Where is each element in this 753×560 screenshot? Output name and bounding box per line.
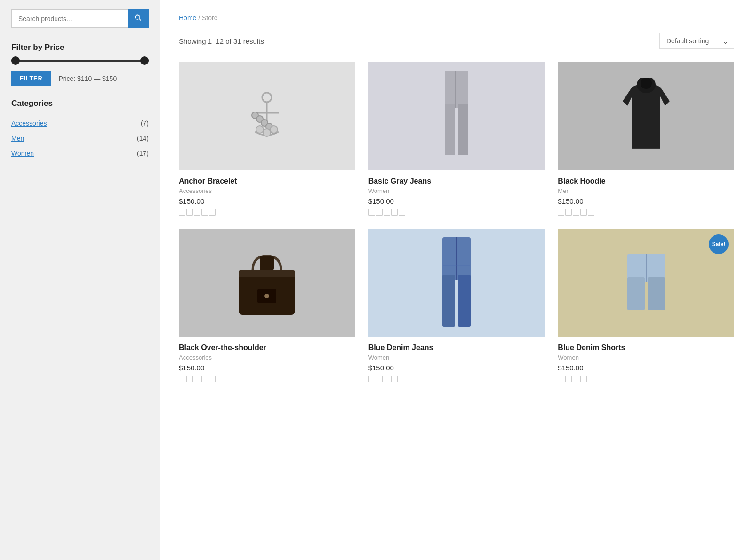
star-icon [558,209,564,216]
product-category: Women [368,354,545,361]
product-rating [368,209,545,216]
breadcrumb-current: Store [202,14,217,22]
product-image-wrapper [558,62,734,170]
category-item: Men (14) [11,131,149,146]
product-category: Women [368,187,545,194]
product-name: Basic Gray Jeans [368,177,545,185]
svg-point-10 [263,129,271,136]
star-icon [186,209,193,216]
svg-rect-13 [458,104,468,155]
search-bar [11,9,149,28]
product-price: $150.00 [368,197,545,205]
star-icon [194,376,200,382]
product-category: Accessories [179,187,355,194]
product-price: $150.00 [179,197,355,205]
star-icon [376,376,383,382]
product-card[interactable]: Sale! Blue Denim Shorts Women $150.00 [558,229,734,382]
product-image [433,71,480,162]
product-price: $150.00 [558,197,734,205]
price-range-track [11,60,149,62]
search-icon [135,14,142,22]
filter-section: Filter by Price FILTER Price: $110 — $15… [11,43,149,86]
svg-point-0 [262,93,272,102]
star-icon [588,209,594,216]
star-icon [588,376,594,382]
star-icon [565,376,572,382]
product-card[interactable]: Blue Denim Jeans Women $150.00 [368,229,545,382]
star-icon [391,209,398,216]
category-link[interactable]: Accessories [11,120,47,127]
svg-point-8 [256,126,264,133]
product-name: Black Hoodie [558,177,734,185]
star-icon [573,376,579,382]
product-image [613,78,679,155]
category-count: (17) [137,150,149,157]
product-rating [179,376,355,382]
product-image-wrapper [368,229,545,337]
star-icon [384,376,390,382]
product-name: Anchor Bracelet [179,177,355,185]
product-price: $150.00 [368,364,545,372]
sort-select[interactable]: Default sorting Price: low to high Price… [659,33,734,49]
svg-rect-31 [648,277,665,310]
product-image [433,237,480,328]
star-icon [580,376,587,382]
results-header: Showing 1–12 of 31 results Default sorti… [179,33,734,49]
category-count: (14) [137,135,149,142]
svg-point-22 [264,294,269,298]
svg-rect-25 [458,275,471,327]
product-image-wrapper: Sale! [558,229,734,337]
category-item: Accessories (7) [11,116,149,131]
filter-row: FILTER Price: $110 — $150 [11,71,149,86]
breadcrumb-home[interactable]: Home [179,14,196,22]
svg-rect-19 [260,256,274,270]
sidebar: Filter by Price FILTER Price: $110 — $15… [0,0,160,560]
product-price: $150.00 [558,364,734,372]
category-link[interactable]: Men [11,135,24,142]
product-card[interactable]: Anchor Bracelet Accessories $150.00 [179,62,355,216]
product-card[interactable]: Black Hoodie Men $150.00 [558,62,734,216]
price-slider[interactable] [11,60,149,62]
breadcrumb-separator: / [198,14,202,22]
search-input[interactable] [11,9,128,28]
star-icon [194,209,200,216]
category-item: Women (17) [11,146,149,161]
product-rating [368,376,545,382]
svg-rect-11 [445,71,468,108]
star-icon [399,376,405,382]
categories-section: Categories Accessories (7) Men (14) Wome… [11,99,149,161]
svg-point-9 [270,126,278,133]
product-name: Blue Denim Jeans [368,344,545,352]
product-rating [558,209,734,216]
star-icon [201,209,208,216]
slider-thumb-left[interactable] [11,56,20,65]
product-category: Men [558,187,734,194]
svg-rect-30 [627,277,645,310]
breadcrumb: Home / Store [179,14,734,22]
svg-rect-20 [239,270,295,277]
search-button[interactable] [128,9,149,28]
star-icon [391,376,398,382]
star-icon [376,209,383,216]
star-icon [179,376,185,382]
svg-rect-12 [445,104,455,155]
star-icon [580,209,587,216]
star-icon [209,376,216,382]
price-label: Price: $110 — $150 [58,75,117,82]
star-icon [186,376,193,382]
svg-rect-24 [442,275,455,327]
category-link[interactable]: Women [11,150,34,157]
categories-title: Categories [11,99,149,108]
product-category: Women [558,354,734,361]
results-count: Showing 1–12 of 31 results [179,37,264,45]
filter-button[interactable]: FILTER [11,71,51,86]
star-icon [209,209,216,216]
filter-section-title: Filter by Price [11,43,149,52]
products-grid: Anchor Bracelet Accessories $150.00 Basi… [179,62,734,382]
star-icon [368,376,375,382]
sort-wrapper: Default sorting Price: low to high Price… [659,33,734,49]
product-rating [558,376,734,382]
product-card[interactable]: Basic Gray Jeans Women $150.00 [368,62,545,216]
slider-thumb-right[interactable] [140,56,149,65]
product-card[interactable]: Black Over-the-shoulder Accessories $150… [179,229,355,382]
